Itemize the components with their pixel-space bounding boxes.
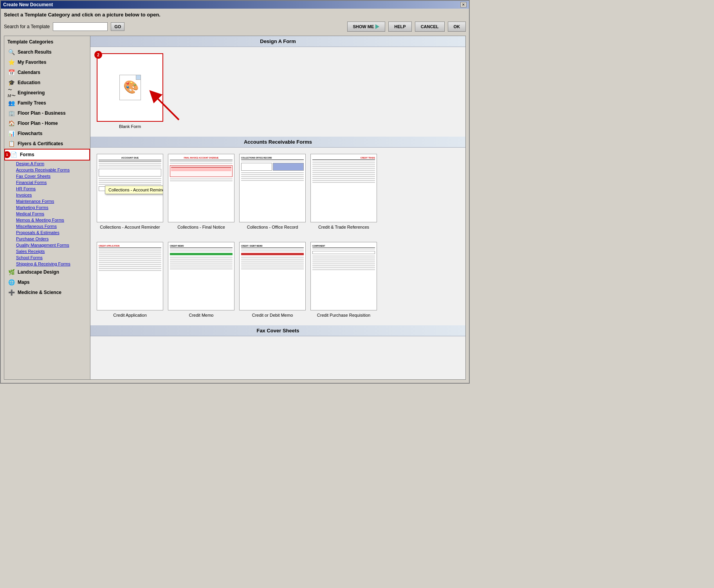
section-header-accounts-receivable: Accounts Receivable Forms	[90, 137, 465, 148]
sidebar-subitem-invoices[interactable]: Invoices	[4, 192, 90, 198]
sidebar-item-flowcharts[interactable]: 📊 Flowcharts	[4, 128, 90, 139]
collections-office-record-label: Collections - Office Record	[247, 225, 298, 229]
sidebar-subitem-marketing[interactable]: Marketing Forms	[4, 204, 90, 211]
template-item-blank-form: 2	[97, 53, 163, 129]
sidebar-item-floor-plan-business[interactable]: 🏢 Floor Plan - Business	[4, 108, 90, 118]
mini-form-credit-debit: CREDIT / DEBIT MEMO	[240, 242, 305, 310]
template-item-collections-final-notice: FINAL INVOICE ACCOUNT OVERDUE	[168, 154, 234, 229]
sidebar-item-family-trees[interactable]: 👥 Family Trees	[4, 98, 90, 108]
flyer-icon: 📋	[7, 140, 15, 148]
instruction-text: Select a Template Category and click on …	[4, 12, 466, 18]
sidebar-item-education[interactable]: 🎓 Education	[4, 78, 90, 88]
sidebar-item-floor-plan-home[interactable]: 🏠 Floor Plan - Home	[4, 118, 90, 128]
credit-purchase-req-thumb[interactable]: COMPONENT	[310, 242, 377, 310]
sidebar-item-landscape[interactable]: 🌿 Landscape Design	[4, 267, 90, 277]
section-header-design-a-form: Design A Form	[90, 36, 465, 47]
templates-grid-ar-row1: ACCOUNT DUE	[90, 148, 465, 236]
sidebar-subitem-quality[interactable]: Quality Management Forms	[4, 242, 90, 248]
sidebar-subitem-purchase-orders[interactable]: Purchase Orders	[4, 236, 90, 242]
family-icon: 👥	[7, 99, 15, 107]
content-area: Design A Form 2	[90, 36, 465, 379]
floor-plan-home-icon: 🏠	[7, 119, 15, 127]
blank-form-thumb[interactable]: 🎨	[97, 53, 163, 122]
sidebar-subitem-design-a-form[interactable]: Design A Form	[4, 161, 90, 167]
mini-form-credit-app: CREDIT APPLICATION	[97, 242, 163, 310]
floor-plan-business-icon: 🏢	[7, 109, 15, 117]
sidebar-subitem-shipping[interactable]: Shipping & Receiving Forms	[4, 261, 90, 267]
window-content: Select a Template Category and click on …	[1, 9, 469, 383]
sidebar: Template Categories 🔍 Search Results ⭐ M…	[4, 36, 90, 379]
show-me-label: SHOW ME	[353, 24, 374, 29]
sidebar-item-calendars[interactable]: 📅 Calendars	[4, 67, 90, 78]
sidebar-item-my-favorites[interactable]: ⭐ My Favorites	[4, 57, 90, 67]
template-item-credit-memo: CREDIT MEMO	[168, 242, 234, 317]
sidebar-subitem-proposals[interactable]: Proposals & Estimates	[4, 229, 90, 236]
close-button[interactable]: ✕	[460, 2, 467, 7]
sidebar-item-flyers-certificates[interactable]: 📋 Flyers & Certificates	[4, 139, 90, 149]
cancel-button[interactable]: CANCEL	[415, 22, 445, 32]
sidebar-title: Template Categories	[4, 38, 90, 47]
sidebar-subitem-medical[interactable]: Medical Forms	[4, 211, 90, 217]
credit-memo-label: Credit Memo	[189, 313, 214, 317]
sidebar-item-medicine-science[interactable]: ➕ Medicine & Science	[4, 287, 90, 298]
collections-final-notice-thumb[interactable]: FINAL INVOICE ACCOUNT OVERDUE	[168, 154, 234, 222]
section-accounts-receivable: Accounts Receivable Forms ACCOUNT DUE	[90, 137, 465, 324]
sidebar-item-engineering[interactable]: 〜M〜 Engineering	[4, 88, 90, 98]
sidebar-subitem-fax-cover[interactable]: Fax Cover Sheets	[4, 173, 90, 179]
sidebar-subitem-accounts-receivable[interactable]: Accounts Receivable Forms	[4, 167, 90, 173]
collections-account-reminder-thumb[interactable]: ACCOUNT DUE	[97, 154, 163, 222]
mini-form-credit-purchase: COMPONENT	[311, 242, 377, 310]
education-icon: 🎓	[7, 79, 15, 87]
mini-form-credit-memo: CREDIT MEMO	[168, 242, 234, 310]
play-icon	[375, 24, 379, 29]
sidebar-item-forms-wrapper: 1 📄 Forms	[4, 149, 90, 161]
credit-debit-memo-label: Credit or Debit Memo	[252, 313, 293, 317]
section-design-a-form: Design A Form 2	[90, 36, 465, 135]
forms-icon: 📄	[10, 151, 18, 159]
sidebar-subitem-school[interactable]: School Forms	[4, 254, 90, 261]
credit-memo-thumb[interactable]: CREDIT MEMO	[168, 242, 234, 310]
sidebar-subitem-maintenance[interactable]: Maintenance Forms	[4, 198, 90, 204]
template-item-credit-debit-memo: CREDIT / DEBIT MEMO	[239, 242, 306, 317]
search-icon: 🔍	[7, 48, 15, 56]
engineering-icon: 〜M〜	[7, 89, 15, 97]
show-me-button[interactable]: SHOW ME	[347, 22, 386, 32]
templates-grid-design-a-form: 2	[90, 47, 465, 135]
landscape-icon: 🌿	[7, 268, 15, 276]
help-button[interactable]: HELP	[388, 22, 411, 32]
sidebar-subitem-sales-receipts[interactable]: Sales Receipts	[4, 248, 90, 254]
main-window: Create New Document ✕ Select a Template …	[0, 0, 470, 384]
mini-form-office-record: COLLECTIONS OFFICE RECORD	[240, 154, 305, 222]
template-item-credit-application: CREDIT APPLICATION	[97, 242, 163, 317]
sidebar-subitem-miscellaneous[interactable]: Miscellaneous Forms	[4, 223, 90, 229]
credit-application-thumb[interactable]: CREDIT APPLICATION	[97, 242, 163, 310]
maps-icon: 🌐	[7, 278, 15, 286]
search-input[interactable]	[53, 22, 108, 31]
sidebar-item-maps[interactable]: 🌐 Maps	[4, 277, 90, 287]
go-button[interactable]: GO	[111, 22, 124, 31]
collections-office-record-thumb[interactable]: COLLECTIONS OFFICE RECORD	[239, 154, 306, 222]
credit-trade-references-thumb[interactable]: CREDIT TRADE	[310, 154, 377, 222]
template-item-collections-account-reminder: ACCOUNT DUE	[97, 154, 163, 229]
window-title: Create New Document	[3, 2, 53, 7]
main-area: Template Categories 🔍 Search Results ⭐ M…	[4, 36, 466, 380]
sidebar-item-search-results[interactable]: 🔍 Search Results	[4, 47, 90, 57]
collections-account-reminder-label: Collections - Account Reminder	[100, 225, 160, 229]
template-item-credit-trade-references: CREDIT TRADE	[310, 154, 377, 229]
flowchart-icon: 📊	[7, 130, 15, 137]
medicine-icon: ➕	[7, 289, 15, 296]
section-header-fax-cover: Fax Cover Sheets	[90, 325, 465, 336]
credit-application-label: Credit Application	[113, 313, 147, 317]
collections-final-notice-label: Collections - Final Notice	[177, 225, 225, 229]
credit-debit-memo-thumb[interactable]: CREDIT / DEBIT MEMO	[239, 242, 306, 310]
sidebar-subitem-financial-forms[interactable]: Financial Forms	[4, 179, 90, 186]
sidebar-subitem-hr-forms[interactable]: HR Forms	[4, 186, 90, 192]
title-bar: Create New Document ✕	[1, 1, 469, 9]
credit-purchase-req-label: Credit Purchase Requisition	[317, 313, 370, 317]
sidebar-item-forms[interactable]: 📄 Forms	[4, 149, 90, 161]
sidebar-subitem-memos[interactable]: Memos & Meeting Forms	[4, 217, 90, 223]
ok-button[interactable]: OK	[448, 22, 466, 32]
star-icon: ⭐	[7, 58, 15, 66]
mini-form-credit-trade: CREDIT TRADE	[311, 154, 377, 222]
templates-grid-ar-row2: CREDIT APPLICATION	[90, 236, 465, 324]
